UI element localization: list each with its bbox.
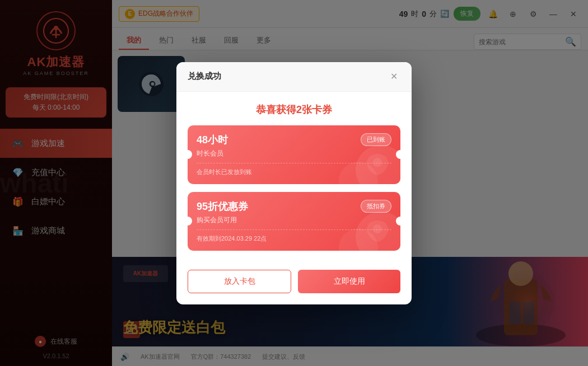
- coupon-icon-2: [363, 215, 391, 243]
- coupon-icon-1: [363, 148, 391, 176]
- modal-body: 恭喜获得2张卡券 已到账 48小时 时长会员 会员时长已发放到账: [176, 92, 412, 270]
- coupon-notch-left-1: [188, 150, 192, 159]
- modal-close-button[interactable]: ✕: [387, 70, 400, 83]
- modal-footer: 放入卡包 立即使用: [176, 270, 412, 304]
- reward-unit: 张卡券: [302, 104, 332, 115]
- coupon-notch-left-2: [188, 217, 192, 226]
- reward-prefix: 恭喜获得: [256, 104, 296, 115]
- coupon-card-2: 抵扣券 95折优惠券 购买会员可用 有效期到2024.03.29 22点: [188, 192, 400, 251]
- modal-overlay: 兑换成功 ✕ 恭喜获得2张卡券 已到账 48小时 时长会员 会员时长已发放到账: [0, 0, 588, 366]
- svg-point-15: [373, 224, 382, 233]
- use-now-button[interactable]: 立即使用: [298, 270, 400, 293]
- modal-header: 兑换成功 ✕: [176, 62, 412, 92]
- reward-title: 恭喜获得2张卡券: [188, 103, 400, 116]
- coupon-badge-1: 已到账: [361, 133, 391, 146]
- reward-count: 2: [296, 104, 302, 115]
- coupon-card-1: 已到账 48小时 时长会员 会员时长已发放到账: [188, 125, 400, 184]
- coupon-badge-2: 抵扣券: [361, 200, 391, 213]
- wallet-button[interactable]: 放入卡包: [188, 270, 291, 293]
- svg-point-14: [373, 158, 382, 167]
- modal-dialog: 兑换成功 ✕ 恭喜获得2张卡券 已到账 48小时 时长会员 会员时长已发放到账: [176, 62, 412, 304]
- modal-title: 兑换成功: [188, 71, 221, 82]
